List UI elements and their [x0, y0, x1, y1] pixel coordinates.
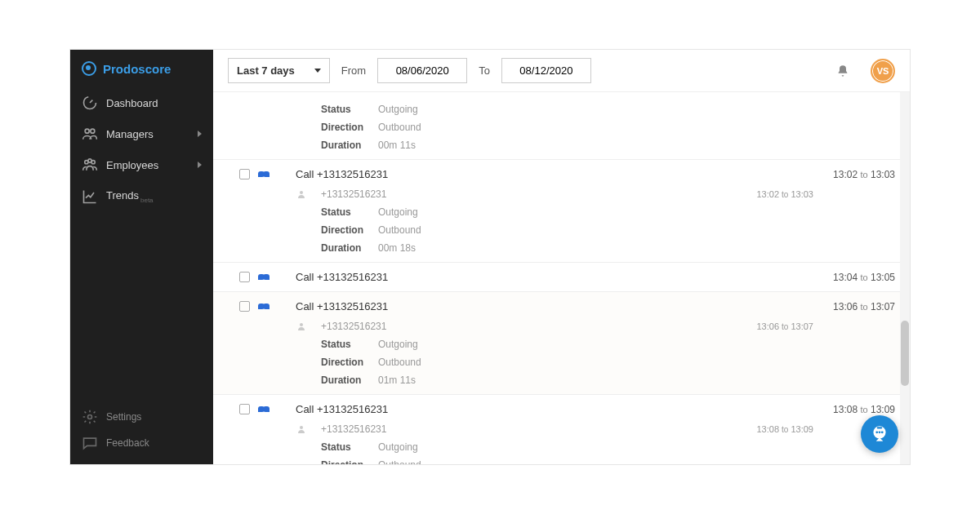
call-row[interactable]: Call +1313251623113:08 to 13:09+13132516… [213, 395, 910, 464]
call-title: Call +13132516231 [296, 300, 388, 312]
direction-value: Outbound [378, 224, 421, 236]
topbar: Last 7 days From To VS [213, 50, 910, 92]
chevron-right-icon [198, 131, 202, 137]
row-checkbox[interactable] [239, 272, 250, 282]
status-value: Outgoing [378, 339, 418, 350]
call-type-icon [258, 405, 271, 414]
nav-main: Dashboard Managers Employees [70, 87, 213, 404]
call-row[interactable]: Call +1313251623113:04 to 13:05 [213, 263, 910, 292]
call-time-range: 13:06 to 13:07 [833, 301, 895, 312]
row-checkbox[interactable] [239, 301, 250, 312]
svg-point-3 [91, 129, 95, 133]
svg-point-7 [88, 415, 92, 419]
svg-point-10 [300, 426, 303, 429]
direction-label: Direction [321, 224, 378, 236]
call-type-icon [258, 170, 271, 179]
call-list: StatusOutgoingDirectionOutboundDuration0… [213, 92, 910, 464]
svg-point-8 [300, 191, 303, 194]
sidebar-item-settings[interactable]: Settings [70, 404, 213, 430]
sidebar-item-trends[interactable]: Trendsbeta [70, 180, 213, 213]
chart-line-icon [82, 190, 98, 203]
svg-line-1 [90, 100, 92, 103]
sidebar-item-managers[interactable]: Managers [70, 118, 213, 149]
from-date-input[interactable] [377, 58, 467, 83]
duration-label: Duration [321, 374, 378, 386]
status-value: Outgoing [378, 104, 418, 115]
chat-help-button[interactable] [861, 415, 898, 453]
call-title: Call +13132516231 [296, 403, 388, 415]
svg-point-6 [91, 161, 95, 164]
direction-label: Direction [321, 122, 378, 133]
sidebar-item-dashboard[interactable]: Dashboard [70, 87, 213, 118]
sidebar-item-label: Employees [106, 159, 198, 171]
nav-bottom: Settings Feedback [70, 404, 213, 464]
direction-label: Direction [321, 357, 378, 368]
user-avatar[interactable]: VS [871, 59, 895, 83]
status-label: Status [321, 104, 378, 115]
svg-point-13 [879, 431, 881, 433]
direction-value: Outbound [378, 357, 421, 368]
direction-value: Outbound [378, 459, 421, 464]
svg-point-9 [300, 323, 303, 326]
duration-value: 01m 11s [378, 374, 416, 386]
duration-value: 00m 11s [378, 140, 416, 151]
svg-rect-15 [877, 427, 883, 428]
call-details: +1313251623113:08 to 13:09StatusOutgoing… [296, 423, 895, 464]
svg-point-14 [881, 431, 884, 433]
duration-value: 00m 18s [378, 242, 416, 254]
to-date-input[interactable] [501, 58, 591, 83]
status-label: Status [321, 206, 378, 218]
sidebar-item-employees[interactable]: Employees [70, 149, 213, 180]
main-content: Last 7 days From To VS StatusOutgoingDir… [213, 50, 910, 464]
call-row[interactable]: Call +1313251623113:02 to 13:03+13132516… [213, 160, 910, 263]
status-label: Status [321, 441, 378, 453]
call-time-range: 13:02 to 13:03 [833, 169, 895, 180]
sidebar-item-label: Feedback [106, 437, 202, 449]
call-title: Call +13132516231 [296, 271, 388, 283]
direction-value: Outbound [378, 122, 421, 133]
sidebar: Prodoscore Dashboard Managers Emplo [70, 50, 213, 464]
row-checkbox[interactable] [239, 169, 250, 179]
svg-point-12 [875, 431, 878, 433]
people-group-icon [82, 158, 98, 171]
call-details: StatusOutgoingDirectionOutboundDuration0… [296, 104, 895, 151]
call-details: +1313251623113:02 to 13:03StatusOutgoing… [296, 188, 895, 254]
scrollbar-thumb[interactable] [901, 321, 909, 386]
sidebar-item-label: Dashboard [106, 97, 202, 109]
bell-icon[interactable] [836, 64, 849, 78]
call-row[interactable]: StatusOutgoingDirectionOutboundDuration0… [213, 92, 910, 160]
call-number: +13132516231 [321, 423, 386, 435]
call-time-range: 13:04 to 13:05 [833, 272, 895, 283]
direction-label: Direction [321, 459, 378, 464]
svg-point-2 [85, 129, 89, 133]
gauge-icon [82, 96, 98, 109]
person-icon [296, 321, 306, 331]
brand-name: Prodoscore [103, 62, 171, 76]
chevron-down-icon [314, 69, 321, 73]
duration-label: Duration [321, 242, 378, 254]
status-value: Outgoing [378, 441, 418, 453]
status-label: Status [321, 339, 378, 350]
sidebar-item-feedback[interactable]: Feedback [70, 430, 213, 456]
brand-logo[interactable]: Prodoscore [70, 50, 213, 87]
from-label: From [341, 64, 366, 77]
call-row[interactable]: Call +1313251623113:06 to 13:07+13132516… [213, 292, 910, 395]
row-checkbox[interactable] [239, 404, 250, 414]
call-time-range: 13:08 to 13:09 [833, 404, 895, 415]
avatar-initials: VS [877, 66, 889, 76]
scrollbar[interactable] [900, 92, 910, 464]
date-range-select[interactable]: Last 7 days [228, 58, 330, 83]
person-icon [296, 424, 306, 434]
call-type-icon [258, 302, 271, 312]
duration-label: Duration [321, 140, 378, 151]
people-icon [82, 127, 98, 140]
call-title: Call +13132516231 [296, 168, 388, 180]
date-range-label: Last 7 days [237, 64, 295, 77]
call-sub-time: 13:06 to 13:07 [756, 321, 813, 331]
sidebar-item-label: Trendsbeta [106, 189, 202, 204]
call-sub-time: 13:08 to 13:09 [756, 424, 813, 434]
call-type-icon [258, 273, 271, 282]
sidebar-item-label: Settings [106, 411, 202, 423]
to-label: To [479, 64, 490, 77]
gear-icon [82, 410, 98, 423]
